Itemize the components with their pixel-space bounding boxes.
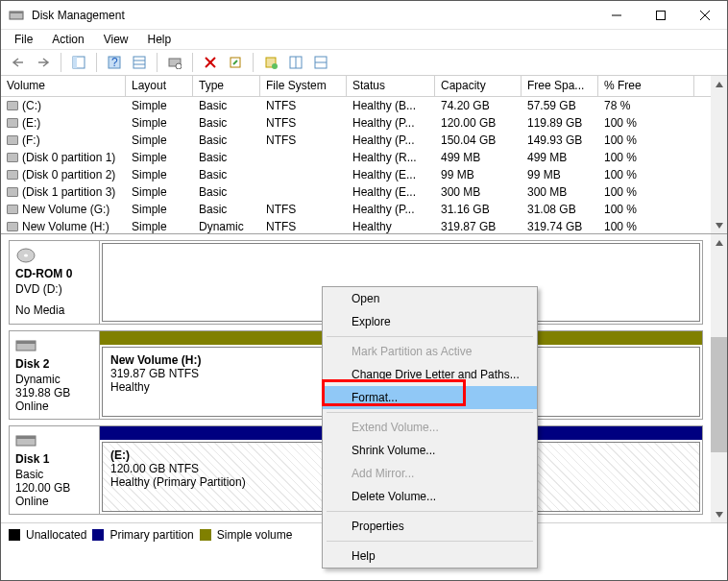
menu-view[interactable]: View (96, 31, 136, 48)
delete-button[interactable] (199, 51, 222, 74)
disk-detail: Dynamic (15, 373, 93, 386)
svg-point-19 (272, 63, 278, 69)
menu-help[interactable]: Help (140, 31, 180, 48)
vol-scrollbar[interactable] (711, 76, 727, 233)
cell: 149.93 GB (522, 133, 598, 147)
context-item[interactable]: Delete Volume... (323, 485, 537, 508)
disk-info[interactable]: CD-ROM 0DVD (D:)No Media (10, 241, 100, 324)
cell: 100 % (598, 116, 694, 130)
volume-row[interactable]: (Disk 0 partition 2)SimpleBasicHealthy (… (1, 166, 727, 183)
context-item[interactable]: Change Drive Letter and Paths... (323, 363, 537, 386)
col-header[interactable]: Status (347, 76, 435, 96)
toolbar: ? (1, 49, 727, 76)
drive-icon (7, 153, 18, 162)
volume-row[interactable]: New Volume (H:)SimpleDynamicNTFSHealthy3… (1, 218, 727, 234)
svg-rect-7 (73, 57, 77, 68)
cell: 300 MB (522, 185, 598, 199)
cell: (Disk 0 partition 2) (1, 168, 126, 182)
context-item[interactable]: Help (323, 545, 537, 568)
cell: 319.74 GB (522, 220, 598, 233)
svg-rect-1 (10, 12, 23, 13)
cell: (Disk 1 partition 3) (1, 185, 126, 199)
context-menu: OpenExploreMark Partition as ActiveChang… (322, 286, 538, 569)
forward-button[interactable] (32, 51, 55, 74)
disk-info[interactable]: Disk 2Dynamic319.88 GBOnline (10, 331, 100, 419)
help-button[interactable]: ? (103, 51, 126, 74)
cell: 74.20 GB (435, 99, 522, 112)
titlebar: Disk Management (1, 1, 727, 30)
volume-row[interactable]: (Disk 0 partition 1)SimpleBasicHealthy (… (1, 149, 727, 166)
show-hide-tree-button[interactable] (67, 51, 90, 74)
scroll-up-icon[interactable] (711, 76, 727, 92)
disk-info[interactable]: Disk 1Basic120.00 GBOnline (10, 426, 100, 514)
cell: New Volume (G:) (1, 203, 126, 216)
drive-icon (7, 187, 18, 197)
context-item[interactable]: Open (323, 287, 537, 310)
disk-icon (15, 432, 93, 452)
cell: Healthy (E... (347, 168, 435, 182)
context-item[interactable]: Properties (323, 515, 537, 538)
col-header[interactable]: Volume (1, 76, 126, 96)
disk-name: Disk 1 (15, 452, 93, 466)
col-header[interactable]: Free Spa... (522, 76, 598, 96)
context-separator (327, 541, 533, 542)
properties-button[interactable] (224, 51, 247, 74)
volume-row[interactable]: (E:)SimpleBasicNTFSHealthy (P...120.00 G… (1, 114, 727, 132)
cell: 100 % (598, 220, 694, 233)
cell: Basic (193, 168, 260, 182)
legend-unallocated: Unallocated (26, 528, 86, 542)
new-volume-button[interactable] (259, 51, 282, 74)
menu-file[interactable]: File (7, 31, 40, 48)
legend-simple: Simple volume (217, 528, 293, 542)
disk-detail: 120.00 GB (15, 481, 93, 495)
col-header[interactable]: File System (260, 76, 347, 96)
disk-detail: 319.88 GB (15, 386, 93, 399)
drive-icon (7, 222, 18, 231)
menu-action[interactable]: Action (44, 31, 91, 48)
settings-button[interactable] (128, 51, 151, 74)
context-item[interactable]: Shrink Volume... (323, 439, 537, 462)
cell: Healthy (B... (347, 99, 435, 112)
close-button[interactable] (683, 1, 727, 30)
volume-list-header: VolumeLayoutTypeFile SystemStatusCapacit… (1, 76, 727, 97)
col-header[interactable]: Capacity (435, 76, 522, 96)
menubar: File Action View Help (1, 30, 727, 49)
refresh-button[interactable] (163, 51, 186, 74)
drive-icon (7, 205, 18, 214)
diskmap-scrollbar[interactable] (711, 234, 727, 522)
disk-name: Disk 2 (15, 357, 93, 371)
volume-row[interactable]: (C:)SimpleBasicNTFSHealthy (B...74.20 GB… (1, 97, 727, 114)
maximize-button[interactable] (639, 1, 683, 30)
svg-point-25 (24, 254, 28, 257)
cell: Simple (126, 116, 193, 130)
scroll-down-icon[interactable] (711, 217, 727, 233)
context-item[interactable]: Explore (323, 310, 537, 333)
scroll-down-icon[interactable] (711, 506, 727, 522)
swatch-primary (92, 529, 104, 541)
list-view-button[interactable] (284, 51, 307, 74)
cell: Basic (193, 133, 260, 147)
disk-name: CD-ROM 0 (15, 267, 93, 280)
cell: Simple (126, 99, 193, 112)
window-title: Disk Management (32, 9, 595, 22)
back-button[interactable] (7, 51, 30, 74)
cell: 120.00 GB (435, 116, 522, 130)
context-item[interactable]: Format... (323, 386, 537, 409)
disk-detail: No Media (15, 303, 93, 317)
svg-rect-27 (16, 341, 36, 344)
context-separator (327, 412, 533, 413)
disk-detail: Online (15, 495, 93, 508)
scroll-up-icon[interactable] (711, 234, 727, 251)
cell: Basic (193, 116, 260, 130)
cell: Healthy (P... (347, 133, 435, 147)
cell: 100 % (598, 133, 694, 147)
volume-row[interactable]: New Volume (G:)SimpleBasicNTFSHealthy (P… (1, 201, 727, 218)
minimize-button[interactable] (595, 1, 639, 30)
volume-row[interactable]: (F:)SimpleBasicNTFSHealthy (P...150.04 G… (1, 132, 727, 149)
volume-row[interactable]: (Disk 1 partition 3)SimpleBasicHealthy (… (1, 183, 727, 201)
col-header[interactable]: Layout (126, 76, 193, 96)
scroll-thumb[interactable] (711, 337, 727, 452)
graphical-view-button[interactable] (309, 51, 332, 74)
col-header[interactable]: % Free (598, 76, 694, 96)
col-header[interactable]: Type (193, 76, 260, 96)
